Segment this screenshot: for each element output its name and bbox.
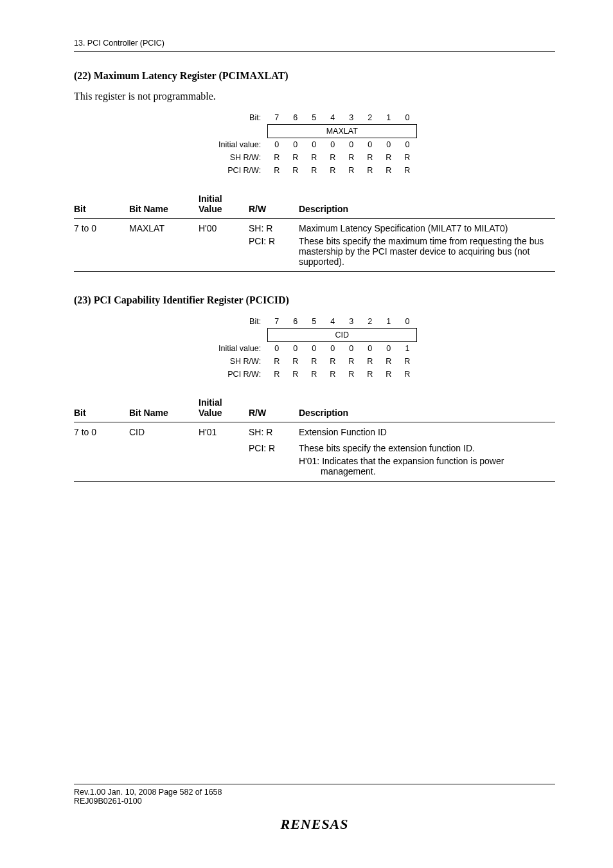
- sh-rw-row: SH R/W: R R R R R R R R: [212, 151, 416, 164]
- bit-number-row: Bit: 7 6 5 4 3 2 1 0: [212, 315, 416, 329]
- initial-value-label: Initial value:: [212, 342, 267, 356]
- pci-rw-label: PCI R/W:: [212, 164, 267, 177]
- table-row: PCI: R These bits specify the extension …: [74, 439, 555, 455]
- sh-rw-label: SH R/W:: [212, 151, 267, 164]
- section-23-bit-layout: Bit: 7 6 5 4 3 2 1 0 CID Initial value: …: [212, 315, 417, 381]
- pci-rw-label: PCI R/W:: [212, 368, 267, 381]
- th-bit: Bit: [74, 393, 129, 422]
- bit-label: Bit:: [212, 315, 267, 329]
- th-description: Description: [299, 393, 555, 422]
- register-name: MAXLAT: [267, 125, 416, 138]
- pci-rw-row: PCI R/W: R R R R R R R R: [212, 164, 416, 177]
- section-22-desc-table: Bit Bit Name Initial Value R/W Descripti…: [74, 190, 555, 272]
- table-row: 7 to 0 MAXLAT H'00 SH: R Maximum Latency…: [74, 219, 555, 235]
- sh-rw-label: SH R/W:: [212, 355, 267, 368]
- page-footer: Rev.1.00 Jan. 10, 2008 Page 582 of 1658 …: [74, 784, 555, 833]
- th-rw: R/W: [249, 393, 299, 422]
- pci-rw-row: PCI R/W: R R R R R R R R: [212, 368, 416, 381]
- section-23-desc-table: Bit Bit Name Initial Value R/W Descripti…: [74, 393, 555, 482]
- th-bit: Bit: [74, 190, 129, 219]
- section-23-title: (23) PCI Capability Identifier Register …: [74, 294, 555, 306]
- initial-value-row: Initial value: 0 0 0 0 0 0 0 1: [212, 342, 416, 356]
- register-name-row: CID: [212, 329, 416, 342]
- sh-rw-row: SH R/W: R R R R R R R R: [212, 355, 416, 368]
- th-description: Description: [299, 190, 555, 219]
- footer-doc-id: REJ09B0261-0100: [74, 797, 555, 806]
- footer-rev-line: Rev.1.00 Jan. 10, 2008 Page 582 of 1658: [74, 788, 555, 797]
- th-initial-value: Initial Value: [199, 190, 249, 219]
- th-bitname: Bit Name: [129, 190, 199, 219]
- register-name: CID: [267, 329, 416, 342]
- register-name-row: MAXLAT: [212, 125, 416, 138]
- renesas-logo: RENESAS: [74, 816, 555, 833]
- section-22-intro: This register is not programmable.: [74, 91, 555, 102]
- section-22-bit-layout: Bit: 7 6 5 4 3 2 1 0 MAXLAT Initial valu…: [212, 111, 417, 177]
- table-row: 7 to 0 CID H'01 SH: R Extension Function…: [74, 422, 555, 439]
- section-22-title: (22) Maximum Latency Register (PCIMAXLAT…: [74, 70, 555, 82]
- table-row: PCI: R These bits specify the maximum ti…: [74, 235, 555, 272]
- initial-value-row: Initial value: 0 0 0 0 0 0 0 0: [212, 138, 416, 152]
- initial-value-label: Initial value:: [212, 138, 267, 152]
- th-initial-value: Initial Value: [199, 393, 249, 422]
- bit-label: Bit:: [212, 111, 267, 125]
- th-bitname: Bit Name: [129, 393, 199, 422]
- th-rw: R/W: [249, 190, 299, 219]
- running-header: 13. PCI Controller (PCIC): [74, 39, 555, 52]
- table-row: H'01: Indicates that the expansion funct…: [74, 455, 555, 482]
- bit-number-row: Bit: 7 6 5 4 3 2 1 0: [212, 111, 416, 125]
